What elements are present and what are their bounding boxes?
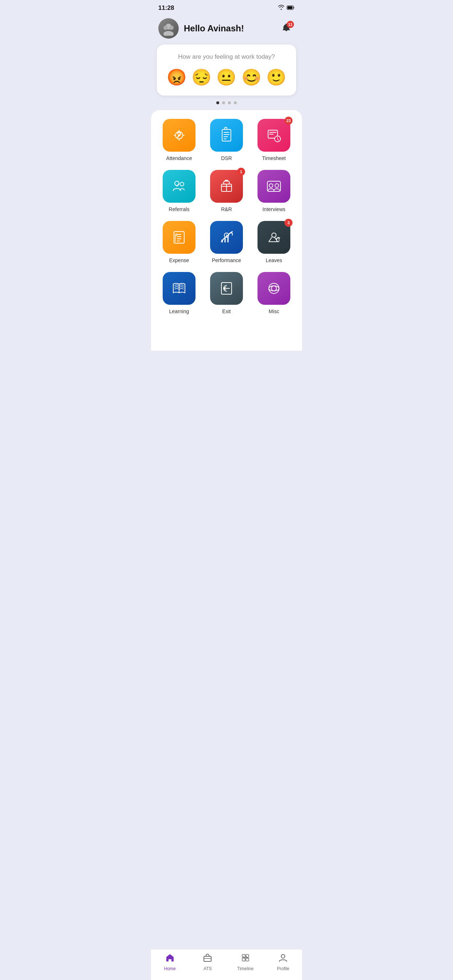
rnr-icon — [210, 170, 243, 203]
leaves-icon — [257, 221, 290, 254]
exit-icon-wrapper — [210, 272, 243, 305]
referrals-label: Referrals — [169, 206, 190, 212]
svg-point-7 — [178, 134, 180, 136]
exit-icon — [210, 272, 243, 305]
header: Hello Avinash! 11 — [151, 14, 302, 45]
dot-2[interactable] — [222, 101, 225, 104]
svg-point-28 — [271, 286, 276, 291]
leaves-label: Leaves — [266, 258, 282, 263]
mood-content[interactable]: 😊 — [241, 68, 262, 87]
rnr-label: R&R — [221, 206, 232, 212]
svg-rect-1 — [287, 6, 292, 9]
battery-icon — [287, 5, 295, 11]
expense-label: Expense — [169, 258, 189, 263]
expense-icon-wrapper: $ — [163, 221, 196, 254]
svg-point-3 — [163, 31, 174, 36]
performance-icon-wrapper — [210, 221, 243, 254]
referrals-icon-wrapper — [163, 170, 196, 203]
status-icons — [278, 5, 295, 11]
timesheet-icon-wrapper: 23 — [257, 119, 290, 152]
interviews-icon — [257, 170, 290, 203]
timesheet-icon — [257, 119, 290, 152]
svg-rect-8 — [222, 129, 231, 141]
dsr-label: DSR — [221, 155, 232, 161]
timesheet-label: Timesheet — [262, 155, 286, 161]
svg-point-24 — [272, 233, 276, 237]
status-time: 11:28 — [158, 5, 174, 12]
attendance-icon-wrapper — [163, 119, 196, 152]
app-attendance[interactable]: Attendance — [158, 119, 200, 161]
rnr-icon-wrapper: 1 — [210, 170, 243, 203]
dsr-icon-wrapper — [210, 119, 243, 152]
learning-label: Learning — [169, 309, 189, 314]
svg-rect-20 — [222, 240, 223, 242]
app-misc[interactable]: Misc — [253, 272, 295, 314]
svg-point-5 — [169, 25, 174, 30]
performance-label: Performance — [212, 258, 241, 263]
app-leaves[interactable]: 3 Leaves — [253, 221, 295, 263]
apps-container: Attendance DSR — [151, 110, 302, 351]
timesheet-badge: 23 — [284, 117, 292, 125]
dot-1[interactable] — [216, 101, 219, 104]
learning-icon-wrapper — [163, 272, 196, 305]
notification-badge: 11 — [287, 21, 294, 28]
attendance-label: Attendance — [166, 155, 192, 161]
misc-icon — [257, 272, 290, 305]
app-learning[interactable]: Learning — [158, 272, 200, 314]
leaves-icon-wrapper: 3 — [257, 221, 290, 254]
svg-point-27 — [269, 283, 279, 293]
svg-point-16 — [269, 184, 273, 188]
app-expense[interactable]: $ Expense — [158, 221, 200, 263]
svg-point-12 — [180, 182, 184, 186]
svg-point-11 — [175, 181, 179, 186]
leaves-badge: 3 — [284, 219, 292, 227]
mood-happy[interactable]: 🙂 — [266, 68, 286, 87]
app-timesheet[interactable]: 23 Timesheet — [253, 119, 295, 161]
interviews-icon-wrapper — [257, 170, 290, 203]
mood-angry[interactable]: 😡 — [167, 68, 187, 87]
app-exit[interactable]: Exit — [206, 272, 247, 314]
svg-point-4 — [163, 25, 168, 30]
carousel-dots — [151, 101, 302, 104]
svg-point-17 — [275, 184, 279, 188]
referrals-icon — [163, 170, 196, 203]
mood-card: How are you feeling at work today? 😡 😔 😐… — [157, 45, 296, 95]
svg-text:$: $ — [175, 233, 177, 237]
svg-rect-14 — [223, 181, 230, 184]
svg-rect-21 — [224, 238, 226, 242]
expense-icon: $ — [163, 221, 196, 254]
mood-question: How are you feeling at work today? — [164, 53, 289, 60]
avatar[interactable] — [158, 18, 179, 39]
mood-emojis: 😡 😔 😐 😊 🙂 — [164, 68, 289, 87]
notification-button[interactable]: 11 — [278, 20, 295, 37]
exit-label: Exit — [222, 309, 231, 314]
rnr-badge: 1 — [237, 168, 245, 176]
dot-3[interactable] — [228, 101, 231, 104]
apps-grid: Attendance DSR — [158, 119, 295, 314]
performance-icon — [210, 221, 243, 254]
greeting-text: Hello Avinash! — [184, 23, 278, 33]
misc-icon-wrapper — [257, 272, 290, 305]
status-bar: 11:28 — [151, 0, 302, 14]
app-rnr[interactable]: 1 R&R — [206, 170, 247, 212]
app-referrals[interactable]: Referrals — [158, 170, 200, 212]
svg-point-29 — [269, 286, 279, 291]
app-performance[interactable]: Performance — [206, 221, 247, 263]
misc-label: Misc — [269, 309, 279, 314]
interviews-label: Interviews — [262, 206, 285, 212]
mood-sad[interactable]: 😔 — [191, 68, 212, 87]
app-interviews[interactable]: Interviews — [253, 170, 295, 212]
mood-neutral[interactable]: 😐 — [216, 68, 236, 87]
dot-4[interactable] — [234, 101, 237, 104]
wifi-icon — [278, 5, 284, 11]
app-dsr[interactable]: DSR — [206, 119, 247, 161]
attendance-icon — [163, 119, 196, 152]
dsr-icon — [210, 119, 243, 152]
learning-icon — [163, 272, 196, 305]
